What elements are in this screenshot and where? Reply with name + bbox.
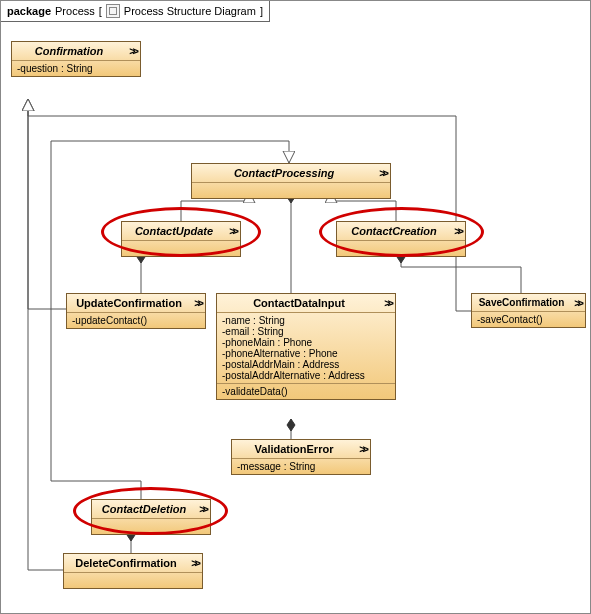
chevron-icon: >> bbox=[229, 225, 236, 237]
class-title: ContactCreation bbox=[351, 225, 437, 237]
tree-icon bbox=[106, 4, 120, 18]
class-body bbox=[337, 241, 465, 256]
class-validation-error[interactable]: ValidationError >> -message : String bbox=[231, 439, 371, 475]
chevron-icon: >> bbox=[199, 503, 206, 515]
bracket-close: ] bbox=[260, 5, 263, 17]
diagram-label: Process Structure Diagram bbox=[124, 5, 256, 17]
chevron-icon: >> bbox=[191, 557, 198, 569]
chevron-icon: >> bbox=[574, 297, 581, 309]
class-update-confirmation[interactable]: UpdateConfirmation >> -updateContact() bbox=[66, 293, 206, 329]
class-title: SaveConfirmation bbox=[479, 297, 565, 308]
class-body bbox=[192, 183, 390, 198]
class-title: ContactProcessing bbox=[234, 167, 334, 179]
class-ops: -updateContact() bbox=[67, 313, 205, 328]
chevron-icon: >> bbox=[384, 297, 391, 309]
class-ops: -saveContact() bbox=[472, 312, 585, 327]
class-attrs: -name : String -email : String -phoneMai… bbox=[217, 313, 395, 383]
class-contact-data-input[interactable]: ContactDataInput >> -name : String -emai… bbox=[216, 293, 396, 400]
class-contact-deletion[interactable]: ContactDeletion >> bbox=[91, 499, 211, 535]
class-title: ContactDeletion bbox=[102, 503, 186, 515]
class-attrs: -question : String bbox=[12, 61, 140, 76]
package-keyword: package bbox=[7, 5, 51, 17]
class-title: Confirmation bbox=[35, 45, 103, 57]
package-name: Process bbox=[55, 5, 95, 17]
chevron-icon: >> bbox=[194, 297, 201, 309]
class-body bbox=[122, 241, 240, 256]
class-contact-update[interactable]: ContactUpdate >> bbox=[121, 221, 241, 257]
class-contact-creation[interactable]: ContactCreation >> bbox=[336, 221, 466, 257]
bracket-open: [ bbox=[99, 5, 102, 17]
class-title: UpdateConfirmation bbox=[76, 297, 182, 309]
class-attrs: -message : String bbox=[232, 459, 370, 474]
class-title: DeleteConfirmation bbox=[75, 557, 176, 569]
chevron-icon: >> bbox=[379, 167, 386, 179]
class-delete-confirmation[interactable]: DeleteConfirmation >> bbox=[63, 553, 203, 589]
package-tab: package Process [ Process Structure Diag… bbox=[1, 1, 270, 22]
class-contact-processing[interactable]: ContactProcessing >> bbox=[191, 163, 391, 199]
class-title: ValidationError bbox=[255, 443, 334, 455]
class-title: ContactDataInput bbox=[253, 297, 345, 309]
class-ops: -validateData() bbox=[217, 383, 395, 399]
class-title: ContactUpdate bbox=[135, 225, 213, 237]
class-confirmation[interactable]: Confirmation >> -question : String bbox=[11, 41, 141, 77]
diagram-canvas: package Process [ Process Structure Diag… bbox=[0, 0, 591, 614]
class-save-confirmation[interactable]: SaveConfirmation >> -saveContact() bbox=[471, 293, 586, 328]
chevron-icon: >> bbox=[454, 225, 461, 237]
class-body bbox=[92, 519, 210, 534]
chevron-icon: >> bbox=[359, 443, 366, 455]
chevron-icon: >> bbox=[129, 45, 136, 57]
class-body bbox=[64, 573, 202, 588]
